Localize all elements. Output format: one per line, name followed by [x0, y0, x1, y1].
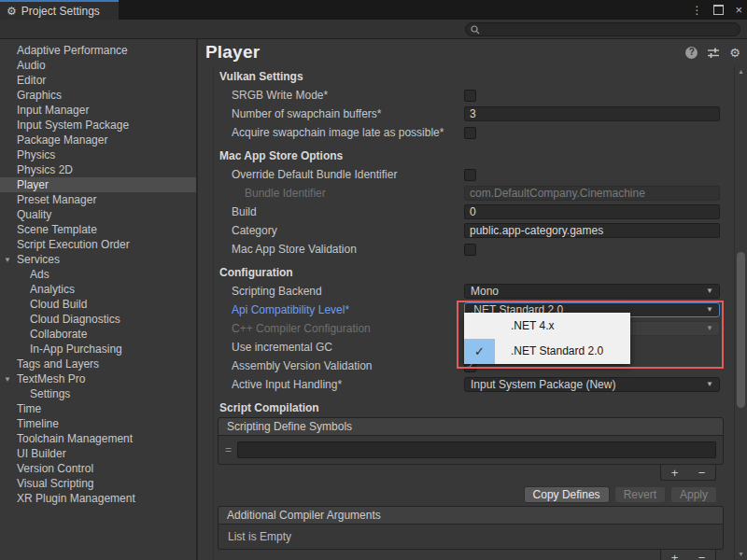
panel-header: Player ? ⚙ — [198, 39, 747, 65]
scroll-up-icon[interactable]: ▲ — [735, 68, 747, 75]
settings-rows: Vulkan SettingsSRGB Write Mode*Number of… — [198, 67, 734, 394]
sidebar-item-xr-plugin-management[interactable]: XR Plugin Management — [0, 491, 196, 506]
sidebar-item-analytics[interactable]: Analytics — [0, 282, 196, 297]
srgb-write-mode-checkbox[interactable] — [464, 90, 476, 102]
dropdown-value: Mono — [471, 285, 499, 298]
sidebar-item-label: Quality — [17, 208, 51, 221]
tab-project-settings[interactable]: ⚙ Project Settings — [0, 0, 119, 20]
drag-handle-icon[interactable]: = — [225, 443, 232, 456]
sidebar-item-label: Physics 2D — [17, 163, 73, 176]
sidebar-item-cloud-diagnostics[interactable]: Cloud Diagnostics — [0, 312, 196, 327]
remove-button[interactable]: − — [695, 552, 710, 560]
help-icon[interactable]: ? — [685, 47, 698, 59]
category-field[interactable]: public.app-category.games — [464, 223, 720, 238]
section-header-mac-app-store-options: Mac App Store Options — [198, 147, 734, 165]
dropdown-arrow-icon: ▼ — [706, 306, 713, 314]
sidebar-item-label: Cloud Build — [30, 298, 87, 311]
add-button[interactable]: + — [668, 552, 683, 560]
sidebar-item-tags-and-layers[interactable]: Tags and Layers — [0, 357, 196, 371]
acquire-swapchain-image-late-as-possible-checkbox[interactable] — [464, 127, 476, 139]
sidebar-item-services[interactable]: ▼Services — [0, 252, 196, 267]
revert-button[interactable]: Revert — [614, 486, 666, 503]
sidebar-item-collaborate[interactable]: Collaborate — [0, 327, 196, 342]
sidebar-item-package-manager[interactable]: Package Manager — [0, 133, 196, 147]
sidebar-item-timeline[interactable]: Timeline — [0, 416, 196, 431]
menu-option-net-standard-2-0[interactable]: ✓.NET Standard 2.0 — [464, 339, 630, 365]
number-of-swapchain-buffers-field[interactable]: 3 — [464, 106, 720, 121]
sidebar-item-label: Visual Scripting — [17, 477, 94, 490]
sidebar-item-version-control[interactable]: Version Control — [0, 461, 196, 476]
sidebar-item-ads[interactable]: Ads — [0, 267, 196, 282]
sidebar-item-graphics[interactable]: Graphics — [0, 88, 196, 103]
active-input-handling-dropdown[interactable]: Input System Package (New)▼ — [464, 377, 720, 392]
section-header-script-compilation: Script Compilation — [198, 399, 734, 417]
row-number-of-swapchain-buffers: Number of swapchain buffers*3 — [198, 105, 734, 123]
project-settings-window: ⚙ Project Settings ⋮ × Adaptive Performa… — [0, 0, 747, 560]
sidebar-item-toolchain-management[interactable]: Toolchain Management — [0, 431, 196, 446]
dropdown-arrow-icon: ▼ — [706, 287, 713, 295]
kebab-menu-icon[interactable]: ⋮ — [691, 5, 702, 16]
scripting-backend-dropdown[interactable]: Mono▼ — [464, 284, 720, 299]
mac-app-store-validation-checkbox[interactable] — [464, 244, 476, 256]
property-control: 3 — [464, 106, 720, 121]
override-default-bundle-identifier-checkbox[interactable] — [464, 169, 476, 181]
scrollbar-thumb[interactable] — [737, 252, 745, 408]
dropdown-arrow-icon: ▼ — [706, 325, 713, 332]
row-override-default-bundle-identifier: Override Default Bundle Identifier — [198, 165, 734, 184]
search-icon — [471, 25, 480, 35]
apply-button[interactable]: Apply — [670, 486, 717, 503]
foldout-open-icon[interactable]: ▼ — [4, 253, 11, 268]
window-controls: ⋮ × — [691, 0, 742, 20]
property-control: public.app-category.games — [464, 223, 720, 238]
property-label: Mac App Store Validation — [219, 243, 464, 256]
row-acquire-swapchain-image-late-as-possible: Acquire swapchain image late as possible… — [198, 123, 734, 142]
sidebar-item-textmesh-pro[interactable]: ▼TextMesh Pro — [0, 371, 196, 386]
check-placeholder — [464, 313, 495, 339]
presets-icon[interactable] — [707, 47, 720, 59]
bundle-identifier-field[interactable]: com.DefaultCompany.Cinemachine — [464, 186, 720, 201]
vertical-scrollbar[interactable]: ▲ ▼ — [734, 65, 747, 560]
row-active-input-handling: Active Input Handling*Input System Packa… — [198, 375, 734, 394]
define-symbol-input[interactable] — [237, 441, 716, 458]
sidebar-item-time[interactable]: Time — [0, 401, 196, 416]
sidebar-item-input-system-package[interactable]: Input System Package — [0, 118, 196, 133]
sidebar-item-player[interactable]: Player — [0, 177, 196, 192]
sidebar-item-audio[interactable]: Audio — [0, 58, 196, 73]
settings-content: Vulkan SettingsSRGB Write Mode*Number of… — [198, 65, 734, 560]
sidebar-item-physics-2d[interactable]: Physics 2D — [0, 162, 196, 177]
sidebar-item-visual-scripting[interactable]: Visual Scripting — [0, 476, 196, 491]
property-label: Category — [219, 224, 464, 237]
property-control: Mono▼ — [464, 284, 720, 299]
remove-button[interactable]: − — [695, 467, 710, 479]
sidebar-item-physics[interactable]: Physics — [0, 147, 196, 162]
sidebar-item-label: Package Manager — [17, 133, 107, 147]
sidebar-item-script-execution-order[interactable]: Script Execution Order — [0, 237, 196, 252]
sidebar-item-settings[interactable]: Settings — [0, 386, 196, 401]
sidebar-item-input-manager[interactable]: Input Manager — [0, 103, 196, 118]
row-bundle-identifier: Bundle Identifiercom.DefaultCompany.Cine… — [198, 184, 734, 203]
sidebar-item-label: Script Execution Order — [17, 238, 130, 251]
add-button[interactable]: + — [668, 467, 683, 479]
search-input[interactable] — [483, 24, 716, 35]
maximize-icon[interactable] — [713, 5, 724, 15]
sidebar-item-label: Adaptive Performance — [17, 44, 128, 57]
menu-option-net-4-x[interactable]: .NET 4.x — [464, 313, 630, 339]
panel-header-icons: ? ⚙ — [685, 47, 743, 59]
sidebar-item-scene-template[interactable]: Scene Template — [0, 222, 196, 237]
sidebar-item-cloud-build[interactable]: Cloud Build — [0, 297, 196, 312]
foldout-open-icon[interactable]: ▼ — [4, 372, 11, 387]
close-icon[interactable]: × — [735, 4, 742, 16]
sidebar-item-adaptive-performance[interactable]: Adaptive Performance — [0, 43, 196, 58]
sidebar-item-preset-manager[interactable]: Preset Manager — [0, 192, 196, 207]
sidebar-item-ui-builder[interactable]: UI Builder — [0, 446, 196, 461]
sidebar-item-in-app-purchasing[interactable]: In-App Purchasing — [0, 342, 196, 357]
sidebar-item-quality[interactable]: Quality — [0, 207, 196, 222]
scroll-down-icon[interactable]: ▼ — [735, 551, 747, 557]
search-box[interactable] — [465, 22, 740, 36]
sidebar-item-editor[interactable]: Editor — [0, 73, 196, 88]
gear-icon: ⚙ — [7, 6, 17, 17]
additional-compiler-arguments-body: List is Empty — [218, 525, 723, 549]
build-field[interactable]: 0 — [464, 204, 720, 219]
gear-icon[interactable]: ⚙ — [729, 47, 740, 59]
copy-defines-button[interactable]: Copy Defines — [524, 486, 610, 503]
